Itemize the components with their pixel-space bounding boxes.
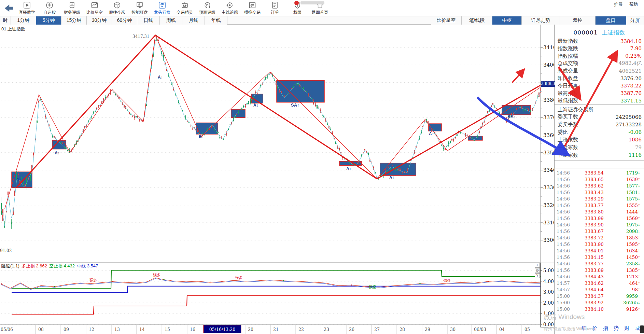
up-arrow-icon: ↑ (638, 280, 642, 286)
view-tab-盘口[interactable]: 盘口 (596, 16, 626, 25)
quote-value: -0.06 (629, 129, 642, 135)
toolbar-button-order[interactable]: 订单 (264, 0, 286, 16)
bottom-tab-价[interactable]: 价 (592, 325, 597, 332)
down-arrow-icon: ↓ (638, 170, 642, 175)
toolbar-button-target[interactable]: 主线追踪 (219, 0, 241, 16)
tab-60分钟[interactable]: 60分钟 (112, 16, 137, 25)
up-arrow-icon: ↑ (638, 287, 642, 292)
indicator-item: 空止损 4.432 (49, 263, 75, 268)
indicator-item: 中线 3.547 (77, 263, 98, 268)
bottom-tab-成[interactable]: 成 (635, 325, 640, 332)
quote-label: 委卖手数 (558, 121, 578, 128)
svg-text:05/16/13:20: 05/16/13:20 (209, 327, 235, 332)
svg-text:30: 30 (450, 327, 456, 332)
quote-row: 平盘家数79 (558, 144, 642, 151)
tab-时[interactable]: 时 (0, 16, 11, 25)
quote-row: 指数涨跌7.90 (558, 45, 642, 52)
toolbar-button-dragon[interactable]: 龙头看盘 (151, 0, 173, 16)
down-arrow-icon: ↓ (638, 183, 642, 188)
view-tab-中枢[interactable]: 中枢 (492, 16, 522, 25)
tab-5分钟[interactable]: 5分钟 (36, 16, 61, 25)
view-tab-双控[interactable]: 双控 (560, 16, 596, 25)
quote-value: 24295066 (616, 114, 642, 120)
bottom-tab-指[interactable]: 指 (603, 325, 608, 332)
down-arrow-icon: ↓ (638, 228, 642, 234)
tab-月线[interactable]: 月线 (182, 16, 205, 25)
quote-value: 1116 (629, 152, 642, 158)
toolbar-button-stock[interactable]: 自选股 (38, 0, 61, 16)
toolbar-button-star[interactable]: 比价星空 (83, 0, 106, 16)
toolbar-button-ai[interactable]: 预测评级 (196, 0, 219, 16)
session-high-label: 3417.31 (132, 34, 150, 39)
trade-volume: 1577 (614, 183, 638, 189)
tab-日线[interactable]: 日线 (137, 16, 160, 25)
svg-text:06/03: 06/03 (474, 327, 486, 332)
quote-label: 指数涨幅 (558, 53, 578, 59)
indicator-values: 多止损 2.662空止损 4.432中线 3.547 (22, 263, 100, 268)
trade-price: 3383.77 (574, 261, 614, 266)
finance-icon (68, 1, 76, 9)
svg-text:26: 26 (349, 327, 354, 332)
logo-dot-icon (294, 1, 299, 5)
up-arrow-icon: ↑ (638, 267, 642, 273)
view-tab-笔/线段[interactable]: 笔/线段 (462, 16, 492, 25)
up-arrow-icon: ↑ (638, 274, 642, 279)
svg-text:SA↑: SA↑ (507, 114, 516, 119)
svg-text:05: 05 (524, 327, 530, 332)
toolbar-button-label: 直播教学 (19, 10, 35, 15)
quote-row: 最低指数3371.15 (558, 97, 642, 104)
toolbar-button-play[interactable]: 直播教学 (16, 0, 38, 16)
trade-time: 14:56 (557, 248, 574, 253)
trade-row: 14:563383.771555↑ (557, 202, 642, 208)
help-button[interactable]: 帮助 (629, 2, 638, 7)
quote-value: 27133228 (616, 122, 642, 128)
trade-row: 14:563383.901595↑ (557, 241, 642, 247)
tab-15分钟[interactable]: 15分钟 (61, 16, 87, 25)
tab-年线[interactable]: 年线 (205, 16, 227, 25)
corner-handle[interactable] (640, 325, 644, 333)
svg-text:15: 15 (165, 327, 170, 332)
bottom-tab-势[interactable]: 势 (614, 325, 619, 332)
subchart-tool-add[interactable]: + (535, 263, 540, 268)
view-tab-详尽走势[interactable]: 详尽走势 (522, 16, 560, 25)
toolbar-button-label: 模拟交易 (244, 10, 261, 15)
toolbar-button-monitor[interactable]: 智能盯盘 (128, 0, 151, 16)
timeframe-tabs: 时1分钟5分钟15分钟30分钟60分钟日线周线月线年线 (0, 16, 227, 25)
subchart-toolbox: +参? (535, 263, 540, 278)
subchart-tool-help[interactable]: ? (535, 273, 540, 278)
view-tab-分屏[interactable]: 分屏 (626, 16, 644, 25)
toolbar-button-label: 自选股 (43, 10, 56, 15)
back-button[interactable] (0, 0, 16, 16)
quote-row: 总成交量4062521 (558, 67, 642, 74)
trade-volume: 1555 (614, 203, 638, 208)
trade-volume: 9959 (614, 293, 638, 299)
stock-icon (45, 1, 54, 9)
up-arrow-icon: ↑ (638, 254, 642, 260)
svg-text:20: 20 (248, 327, 253, 332)
svg-text:12: 12 (89, 327, 94, 332)
trade-volume: 36265 (614, 300, 638, 305)
toolbar-button-robot[interactable]: 交易精灵 (173, 0, 196, 16)
tab-30分钟[interactable]: 30分钟 (87, 16, 112, 25)
main-chart[interactable]: 3410340033803370336033503340333033203310… (0, 0, 644, 334)
trade-price: 3384.64 (574, 287, 614, 292)
toolbar-button-exchange[interactable]: 模拟交易 (241, 0, 264, 16)
robot-icon (181, 1, 189, 9)
tab-1分钟[interactable]: 1分钟 (11, 16, 36, 25)
trade-time: 14:56 (557, 183, 574, 189)
quote-value: 0.23% (625, 53, 642, 59)
up-arrow-icon: ↑ (638, 209, 642, 214)
bottom-tab-细[interactable]: 细 (582, 325, 587, 332)
trade-row: 14:563383.801444↑ (557, 208, 642, 215)
subchart-tool-param[interactable]: 参 (535, 268, 540, 273)
toolbar-button-finance[interactable]: 财务评级 (61, 0, 83, 16)
tab-周线[interactable]: 周线 (160, 16, 182, 25)
toolbar-button-cube[interactable]: 股往今來 (106, 0, 128, 16)
view-tab-比价星空[interactable]: 比价星空 (431, 16, 462, 25)
trade-volume: 1595 (614, 241, 638, 247)
svg-text:27: 27 (374, 327, 380, 332)
bottom-tab-财[interactable]: 财 (625, 325, 630, 332)
trade-time: 14:56 (557, 170, 574, 176)
expand-button[interactable]: 扩展 (614, 2, 623, 7)
quote-row: 上涨家数1086 (558, 136, 642, 143)
